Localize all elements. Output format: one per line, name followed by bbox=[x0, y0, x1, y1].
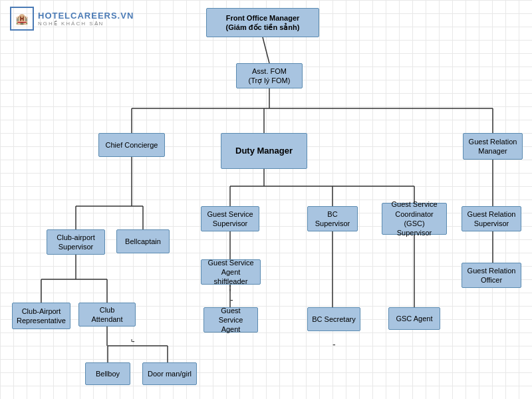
box-duty-manager: Duty Manager bbox=[221, 133, 307, 169]
logo-sub: NGHỀ KHÁCH SẠN bbox=[38, 21, 134, 27]
box-guest-service-supervisor: Guest ServiceSupervisor bbox=[201, 206, 259, 231]
dash-agent-shift: - bbox=[230, 295, 233, 305]
box-bc-secretary: BC Secretary bbox=[307, 307, 360, 331]
dash-bc: - bbox=[332, 339, 336, 350]
svg-line-0 bbox=[263, 37, 269, 63]
box-guest-service-agent: Guest ServiceAgent bbox=[203, 307, 258, 332]
box-fom: Front Office Manager(Giám đốc tiền sảnh) bbox=[206, 8, 319, 37]
box-bellboy: Bellboy bbox=[85, 362, 130, 385]
box-club-attendant: Club Attendant bbox=[78, 303, 136, 327]
box-club-airport-supervisor: Club-airportSupervisor bbox=[47, 229, 105, 255]
org-chart-page: 🏨 HOTELCAREERS.VN NGHỀ KHÁCH SẠN bbox=[0, 0, 532, 399]
box-gsc-agent: GSC Agent bbox=[388, 307, 440, 330]
box-gsc-supervisor: Guest ServiceCoordinator (GSC)Supervisor bbox=[382, 203, 447, 235]
box-chief-concierge: Chief Concierge bbox=[98, 133, 165, 157]
logo-main: HOTELCAREERS.VN bbox=[38, 11, 134, 21]
org-chart-lines bbox=[0, 0, 532, 399]
box-asst-fom: Asst. FOM(Trợ lý FOM) bbox=[236, 63, 303, 88]
logo: 🏨 HOTELCAREERS.VN NGHỀ KHÁCH SẠN bbox=[10, 7, 134, 31]
box-club-airport-rep: Club-AirportRepresentative bbox=[12, 303, 70, 329]
logo-text: HOTELCAREERS.VN NGHỀ KHÁCH SẠN bbox=[38, 11, 134, 27]
box-guest-relation-supervisor: Guest RelationSupervisor bbox=[462, 206, 521, 231]
dash-bellcaptain: - bbox=[132, 336, 135, 346]
box-guest-relation-officer: Guest RelationOfficer bbox=[462, 263, 521, 288]
box-doorman: Door man/girl bbox=[142, 362, 197, 385]
box-bellcaptain: Bellcaptain bbox=[116, 229, 170, 253]
box-guest-service-agent-shiftleader: Guest ServiceAgent shiftleader bbox=[201, 259, 261, 285]
box-guest-relation-manager: Guest RelationManager bbox=[463, 133, 523, 160]
logo-icon: 🏨 bbox=[10, 7, 34, 31]
box-bc-supervisor: BCSupervisor bbox=[307, 206, 358, 231]
